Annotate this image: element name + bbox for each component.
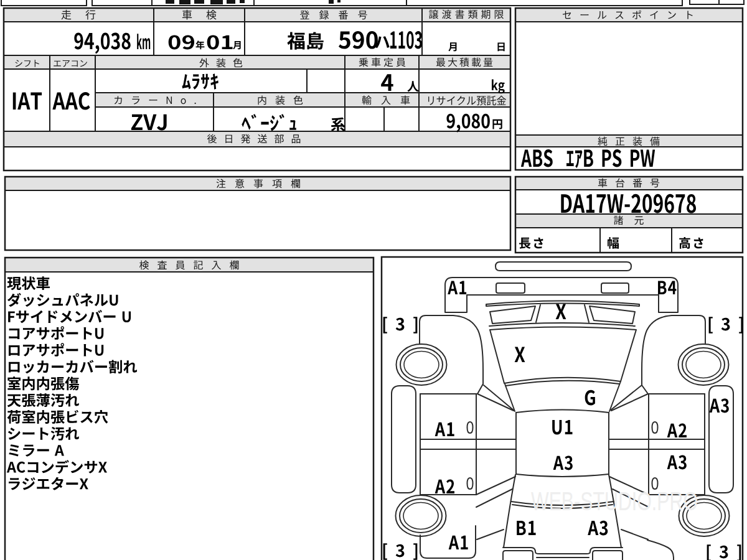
- svg-text:WEB-STUDIO.PRO: WEB-STUDIO.PRO: [531, 487, 698, 516]
